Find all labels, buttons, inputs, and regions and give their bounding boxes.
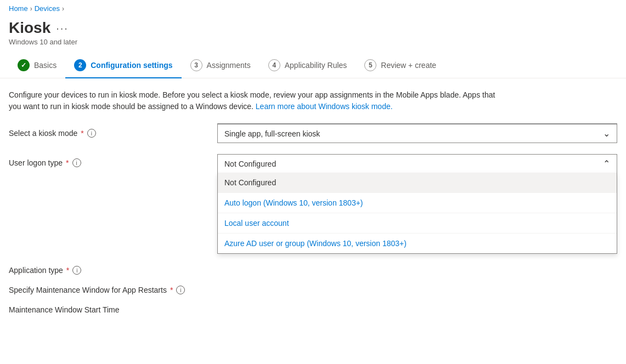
- tab-config[interactable]: 2 Configuration settings: [65, 53, 181, 78]
- content-area: Configure your devices to run in kiosk m…: [0, 78, 626, 314]
- kiosk-mode-value: Single app, full-screen kiosk: [224, 129, 320, 138]
- user-logon-select[interactable]: Not Configured ⌃: [217, 154, 617, 173]
- kiosk-mode-select[interactable]: Single app, full-screen kiosk ⌄: [217, 123, 617, 143]
- dropdown-option-auto-logon[interactable]: Auto logon (Windows 10, version 1803+): [218, 193, 617, 213]
- maintenance-row: Specify Maintenance Window for App Resta…: [9, 286, 617, 294]
- kiosk-mode-info-icon[interactable]: i: [87, 129, 96, 138]
- option-text: Auto logon (Windows 10, version 1803+): [224, 198, 363, 207]
- user-logon-row: User logon type * i Not Configured ⌃ Not…: [9, 154, 617, 173]
- dropdown-option-local-user[interactable]: Local user account: [218, 213, 617, 234]
- maintenance-start-label-text: Maintenance Window Start Time: [9, 305, 120, 314]
- maintenance-start-label: Maintenance Window Start Time: [9, 305, 206, 314]
- page-header: Kiosk ··· Windows 10 and later: [0, 17, 626, 53]
- user-logon-label-text: User logon type: [9, 158, 63, 167]
- tab-assignments[interactable]: 3 Assignments: [182, 53, 260, 78]
- app-type-row: Application type * i: [9, 266, 617, 275]
- tab-applicability-badge: 4: [268, 59, 280, 71]
- kiosk-mode-label-text: Select a kiosk mode: [9, 129, 77, 138]
- kiosk-mode-control: Single app, full-screen kiosk ⌄: [217, 123, 617, 143]
- dropdown-option-not-configured[interactable]: Not Configured: [218, 173, 617, 193]
- app-type-label-text: Application type: [9, 266, 63, 275]
- tab-basics[interactable]: ✓ Basics: [9, 53, 65, 78]
- breadcrumb-home[interactable]: Home: [9, 4, 28, 13]
- breadcrumb-devices[interactable]: Devices: [35, 4, 60, 13]
- tab-review-badge: 5: [364, 59, 376, 71]
- user-logon-dropdown: Not Configured Auto logon (Windows 10, v…: [217, 173, 617, 254]
- user-logon-required: *: [66, 158, 69, 167]
- user-logon-info-icon[interactable]: i: [72, 158, 81, 167]
- page-subtitle: Windows 10 and later: [9, 38, 617, 46]
- kiosk-mode-chevron-down-icon: ⌄: [603, 128, 610, 139]
- app-type-required: *: [66, 266, 69, 275]
- kiosk-mode-label: Select a kiosk mode * i: [9, 129, 206, 138]
- tab-review-label: Review + create: [381, 61, 436, 70]
- user-logon-label: User logon type * i: [9, 154, 206, 167]
- tab-config-label: Configuration settings: [91, 61, 172, 70]
- maintenance-required: *: [170, 286, 173, 294]
- maintenance-info-icon[interactable]: i: [176, 286, 185, 294]
- tab-applicability[interactable]: 4 Applicability Rules: [260, 53, 356, 78]
- app-type-label: Application type * i: [9, 266, 206, 275]
- maintenance-start-row: Maintenance Window Start Time: [9, 305, 617, 314]
- option-text: Azure AD user or group (Windows 10, vers…: [224, 239, 407, 248]
- option-text: Not Configured: [224, 178, 276, 187]
- dropdown-option-azure-ad[interactable]: Azure AD user or group (Windows 10, vers…: [218, 234, 617, 253]
- user-logon-value: Not Configured: [224, 160, 276, 168]
- description-text: Configure your devices to run in kiosk m…: [9, 89, 503, 112]
- tab-review[interactable]: 5 Review + create: [356, 53, 445, 78]
- learn-more-link[interactable]: Learn more about Windows kiosk mode.: [256, 102, 393, 111]
- app-type-info-icon[interactable]: i: [72, 266, 81, 275]
- form-section: Select a kiosk mode * i Single app, full…: [9, 123, 617, 314]
- breadcrumb-sep1: ›: [30, 5, 32, 13]
- tab-applicability-label: Applicability Rules: [285, 61, 347, 70]
- description-main: Configure your devices to run in kiosk m…: [9, 90, 495, 111]
- breadcrumb-sep2: ›: [62, 5, 64, 13]
- breadcrumb: Home › Devices ›: [0, 0, 626, 17]
- page-title: Kiosk: [9, 19, 50, 37]
- tab-basics-label: Basics: [34, 61, 57, 70]
- user-logon-control: Not Configured ⌃ Not Configured Auto log…: [217, 154, 617, 173]
- maintenance-label: Specify Maintenance Window for App Resta…: [9, 286, 206, 294]
- tab-basics-badge: ✓: [18, 59, 30, 71]
- tab-assignments-badge: 3: [190, 59, 202, 71]
- user-logon-chevron-up-icon: ⌃: [603, 158, 610, 169]
- tab-assignments-label: Assignments: [207, 61, 251, 70]
- kiosk-mode-row: Select a kiosk mode * i Single app, full…: [9, 123, 617, 143]
- kiosk-mode-required: *: [81, 129, 83, 138]
- tabs-bar: ✓ Basics 2 Configuration settings 3 Assi…: [0, 53, 626, 78]
- tab-config-badge: 2: [74, 59, 86, 71]
- more-icon[interactable]: ···: [56, 22, 69, 35]
- maintenance-label-text: Specify Maintenance Window for App Resta…: [9, 286, 167, 294]
- option-text: Local user account: [224, 219, 289, 228]
